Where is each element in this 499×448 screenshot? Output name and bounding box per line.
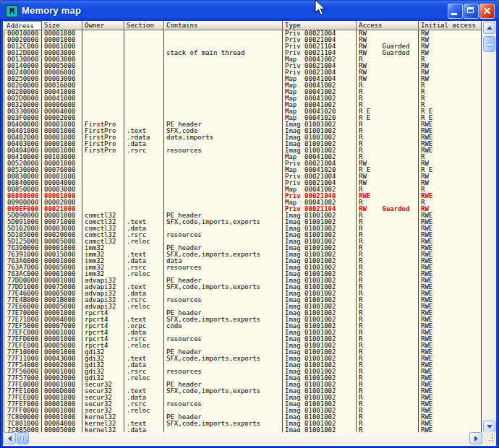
memory-row[interactable]: 5D10200000003000comctl32.dataImag 010010…: [3, 225, 482, 232]
memory-row[interactable]: 0040100000001000FirstPro.textSFX,codeIma…: [3, 128, 482, 134]
memory-row[interactable]: 0052000000001000Priv 00021004RWRW: [3, 160, 482, 167]
minimize-button[interactable]: [448, 4, 463, 19]
column-header-access[interactable]: Access: [357, 21, 419, 30]
cell-owner: [82, 193, 124, 199]
vertical-scroll-thumb[interactable]: [483, 36, 495, 52]
memory-row[interactable]: 0012C00000001000Priv 00021104RW GuardedR…: [3, 43, 482, 50]
memory-row[interactable]: 0085000000003000Map 00041002RR: [3, 186, 482, 193]
cell-initial_access: R: [419, 102, 482, 108]
memory-row[interactable]: 0041000000103000Map 00041002RR: [3, 154, 482, 160]
memory-row[interactable]: 0033000000004000Map 00041020R ER E: [3, 108, 482, 115]
cell-section: [124, 199, 164, 206]
memory-map-icon[interactable]: M: [6, 5, 18, 17]
memory-row[interactable]: 77FEE00000001000secur32.dataImag 0100100…: [3, 395, 482, 401]
memory-row[interactable]: 0040200000001000FirstPro.rdatadata,impor…: [3, 134, 482, 141]
memory-row[interactable]: 7639000000001000imm32PE headerImag 01001…: [3, 245, 482, 251]
column-header-owner[interactable]: Owner: [82, 21, 124, 30]
memory-row[interactable]: 77F5400000002000gdi32.dataImag 01001002R…: [3, 362, 482, 369]
memory-row[interactable]: 7C80000000001000kernel32PE headerImag 01…: [3, 414, 482, 421]
memory-row[interactable]: 0090000000002000Map 00041002RR: [3, 199, 482, 206]
scroll-left-button[interactable]: [3, 432, 16, 444]
cell-access: R: [357, 134, 419, 141]
horizontal-scrollbar[interactable]: [3, 432, 482, 444]
scroll-down-button[interactable]: [483, 421, 495, 433]
memory-row[interactable]: 0040400000001000FirstPro.rsrcresourcesIm…: [3, 147, 482, 154]
memory-row[interactable]: 77E7100000084000rpcrt4.textSFX,code,impo…: [3, 316, 482, 323]
memory-row[interactable]: 5D10500000020000comctl32.rsrcresourcesIm…: [3, 232, 482, 238]
cell-type: Imag 01001002: [283, 362, 357, 369]
scroll-right-button[interactable]: [469, 432, 482, 444]
memory-row[interactable]: 002D000000041000Map 00041002RR: [3, 95, 482, 102]
memory-row[interactable]: 763A700000005000imm32.rsrcresourcesImag …: [3, 264, 482, 271]
memory-row[interactable]: 77DD100000075000advapi32.textSFX,code,im…: [3, 284, 482, 290]
maximize-button[interactable]: [464, 4, 479, 19]
column-header-initial_access[interactable]: Initial access: [419, 21, 482, 30]
cell-initial_access: R: [419, 56, 482, 63]
column-header-contains[interactable]: Contains: [164, 21, 283, 30]
memory-row[interactable]: 77F5600000001000gdi32.rsrcresourcesImag …: [3, 369, 482, 375]
memory-row[interactable]: 0026000000016000Map 00041002RR: [3, 82, 482, 89]
memory-row[interactable]: 7639100000015000imm32.textSFX,code,impor…: [3, 251, 482, 258]
memory-row[interactable]: 763AC00000001000imm32.relocImag 01001002…: [3, 271, 482, 277]
memory-row[interactable]: 5D09100000071000comctl32.textSFX,code,im…: [3, 219, 482, 225]
memory-row[interactable]: 009EF00000021000Priv 00021104RW GuardedR…: [3, 206, 482, 212]
memory-row[interactable]: 0028000000041000Map 00041002RR: [3, 89, 482, 95]
memory-row[interactable]: 0083000000001000Priv 00021004RWRW: [3, 173, 482, 180]
memory-row[interactable]: 7C88500000005000kernel32.dataImag 010010…: [3, 427, 482, 432]
memory-row[interactable]: 77F1100000043000gdi32.textSFX,code,impor…: [3, 356, 482, 362]
memory-row[interactable]: 0012D00000003000stack of main threadPriv…: [3, 50, 482, 56]
cell-type: Imag 01001002: [283, 336, 357, 343]
cell-owner: [82, 69, 124, 76]
column-header-size[interactable]: Size: [42, 21, 82, 30]
memory-row[interactable]: 0014000000005000Priv 00021004RWRW: [3, 63, 482, 69]
memory-row[interactable]: 77EF500000007000rpcrt4.orpccodeImag 0100…: [3, 323, 482, 329]
column-header-address[interactable]: Address: [4, 21, 42, 30]
memory-row[interactable]: 0013000000003000Map 00041002RR: [3, 56, 482, 63]
memory-row[interactable]: 0002000000001000Priv 00021004RWRW: [3, 37, 482, 43]
memory-row[interactable]: 0084000000004000Priv 00021004RWRW: [3, 180, 482, 186]
memory-row[interactable]: 0053000000076000Map 00041020R ER E: [3, 167, 482, 173]
memory-row[interactable]: 0025000000003000Map 00041004RWRW: [3, 76, 482, 82]
memory-row[interactable]: 77F5700000002000gdi32.relocImag 01001002…: [3, 375, 482, 382]
column-header-section[interactable]: Section: [124, 21, 164, 30]
memory-row[interactable]: 77E6600000005000advapi32.relocImag 01001…: [3, 303, 482, 310]
memory-row[interactable]: 0001000000001000Priv 00021004RWRW: [3, 30, 482, 37]
memory-row[interactable]: 77F1000000001000gdi32PE headerImag 01001…: [3, 349, 482, 356]
memory-row[interactable]: 003F000000002000Map 00041020R ER E: [3, 115, 482, 121]
memory-row[interactable]: 77FF000000001000secur32.relocImag 010010…: [3, 408, 482, 414]
memory-row[interactable]: 763A600000001000imm32.datadataImag 01001…: [3, 258, 482, 264]
memory-row[interactable]: 77DD000000001000advapi32PE headerImag 01…: [3, 277, 482, 284]
memory-row[interactable]: 0040000000001000FirstProPE headerImag 01…: [3, 121, 482, 128]
memory-row[interactable]: 77E4B0000001B000advapi32.rsrcresourcesIm…: [3, 297, 482, 303]
memory-row[interactable]: 7C80100000084000kernel32.textSFX,code,im…: [3, 421, 482, 427]
cell-section: [124, 30, 164, 37]
memory-row[interactable]: 0040300000001000FirstPro.dataImag 010010…: [3, 141, 482, 147]
grip-dot-icon: [489, 440, 490, 441]
column-header-type[interactable]: Type: [283, 21, 357, 30]
resize-grip[interactable]: [482, 432, 496, 444]
memory-row[interactable]: 77EFE00000005000rpcrt4.relocImag 0100100…: [3, 343, 482, 349]
cell-contains: [164, 82, 283, 89]
scroll-up-button[interactable]: [483, 22, 495, 34]
horizontal-scroll-thumb[interactable]: [17, 432, 29, 444]
memory-row[interactable]: 77E4600000005000advapi32.dataImag 010010…: [3, 290, 482, 297]
memory-row[interactable]: 77FE000000001000secur32PE headerImag 010…: [3, 382, 482, 388]
memory-row[interactable]: 0024000000006000Priv 00021004RWRW: [3, 69, 482, 76]
memory-row[interactable]: 77FE10000000D000secur32.textSFX,code,imp…: [3, 388, 482, 395]
memory-row[interactable]: 77E7000000001000rpcrt4PE headerImag 0100…: [3, 310, 482, 316]
cell-initial_access: RW: [419, 63, 482, 69]
memory-row[interactable]: 0086000000001000Priv 00021040RWERWE: [3, 193, 482, 199]
memory-row[interactable]: 77EFD00000001000rpcrt4.rsrcresourcesImag…: [3, 336, 482, 343]
memory-row[interactable]: 5D09000000001000comctl32PE headerImag 01…: [3, 212, 482, 219]
cell-initial_access: RWE: [419, 245, 482, 251]
title-bar[interactable]: M Memory map: [0, 0, 499, 21]
cell-type: Priv 00021104: [283, 50, 357, 56]
memory-row[interactable]: 77EFC00000001000rpcrt4.dataImag 01001002…: [3, 329, 482, 336]
memory-row[interactable]: 5D12500000005000comctl32.relocImag 01001…: [3, 238, 482, 245]
memory-row[interactable]: 77FEF00000001000secur32.rsrcresourcesIma…: [3, 401, 482, 408]
close-button[interactable]: [479, 4, 495, 19]
cell-section: [124, 121, 164, 128]
memory-row[interactable]: 0032000000006000Map 00041002RR: [3, 102, 482, 108]
cell-initial_access: RWE: [419, 121, 482, 128]
vertical-scrollbar[interactable]: [482, 22, 496, 433]
